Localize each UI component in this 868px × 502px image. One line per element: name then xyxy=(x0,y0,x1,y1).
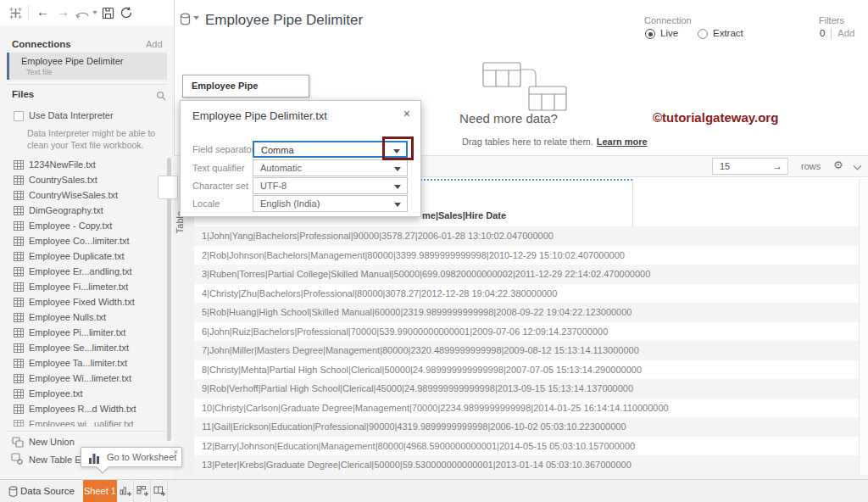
file-list-item[interactable]: Employees R...d Width.txt xyxy=(0,402,166,417)
text-qualifier-dropdown[interactable]: Automatic xyxy=(253,159,408,176)
table-row[interactable]: 12|Barry|Johnson|Education|Management|80… xyxy=(194,437,859,456)
extract-radio[interactable] xyxy=(698,29,708,39)
filters-add-button[interactable]: Add xyxy=(837,28,854,38)
table-row[interactable]: 1|John|Yang|Bachelors|Professional|90000… xyxy=(194,226,859,246)
file-list-item[interactable]: Employee Wi...limeter.txt xyxy=(0,371,166,387)
table-card[interactable]: Employee Pipe Delimiter.txt xyxy=(182,75,309,98)
filters-divider xyxy=(831,28,832,39)
go-to-worksheet-tooltip[interactable]: Go to Worksheet × xyxy=(81,447,182,467)
sheet1-tab[interactable]: Sheet 1 xyxy=(83,480,117,502)
new-worksheet-button[interactable] xyxy=(117,480,134,502)
table-file-icon xyxy=(14,237,24,246)
dropdown-arrow-icon[interactable] xyxy=(394,203,401,207)
dropdown-arrow-icon[interactable] xyxy=(394,185,401,189)
new-dashboard-button[interactable] xyxy=(134,480,151,502)
gear-icon[interactable]: ⚙ xyxy=(833,159,843,171)
character-set-dropdown[interactable]: UTF-8 xyxy=(253,177,408,194)
table-file-icon xyxy=(14,160,24,170)
grid-rows: 1|John|Yang|Bachelors|Professional|90000… xyxy=(194,226,859,475)
table-row[interactable]: 4|Christy|Zhu|Bachelors|Professional|800… xyxy=(194,284,859,304)
table-file-icon xyxy=(14,206,24,215)
table-extension-icon xyxy=(11,453,23,468)
rows-go-arrow-icon[interactable]: → xyxy=(772,160,782,172)
file-name: Employee Pi...limiter.txt xyxy=(29,327,125,337)
datasource-type-icon[interactable] xyxy=(180,13,192,31)
data-source-tab[interactable]: Data Source xyxy=(20,486,75,496)
rows-count-input[interactable]: 15 → xyxy=(712,158,788,175)
file-list-item[interactable]: Employee Fixed Width.txt xyxy=(0,295,166,310)
tooltip-close-icon[interactable]: × xyxy=(174,448,178,456)
search-icon[interactable] xyxy=(156,89,166,104)
table-row[interactable]: 6|John|Ruiz|Bachelors|Professional|70000… xyxy=(194,322,859,342)
live-label[interactable]: Live xyxy=(660,28,678,38)
live-radio[interactable] xyxy=(645,29,655,39)
file-list-item[interactable]: Employees wi...ualifier.txt xyxy=(0,417,166,427)
table-row[interactable]: 13|Peter|Krebs|Graduate Degree|Clerical|… xyxy=(194,455,859,475)
undo-caret-icon[interactable] xyxy=(92,11,97,14)
connection-type: Text file xyxy=(26,68,53,76)
column-header-text: me|Sales|Hire Date xyxy=(422,210,506,220)
datasource-title: Employee Pipe Delimiter xyxy=(205,12,363,29)
new-table-extension-item[interactable]: New Table E xyxy=(0,451,81,468)
text-qualifier-label: Text qualifier xyxy=(192,163,245,173)
file-list-divider xyxy=(7,431,168,432)
column-border xyxy=(632,179,633,226)
table-row[interactable]: 7|John|Miller|Masters Degree|Management|… xyxy=(194,341,859,360)
locale-dropdown[interactable]: English (India) xyxy=(253,195,408,212)
file-name: Employee Ta...limiter.txt xyxy=(29,358,127,368)
file-name: Employee Er...andling.txt xyxy=(29,266,132,276)
connections-add-button[interactable]: Add xyxy=(146,39,163,49)
file-list-item[interactable]: Employee.txt xyxy=(0,387,166,402)
extract-label[interactable]: Extract xyxy=(713,28,743,38)
field-separator-label: Field separator xyxy=(192,144,254,154)
table-row[interactable]: 3|Ruben|Torres|Partial College|Skilled M… xyxy=(194,265,859,284)
undo-icon[interactable] xyxy=(75,8,91,23)
sort-fields-control-partial[interactable] xyxy=(158,176,178,199)
connection-item[interactable]: Employee Pipe Delimiter Text file xyxy=(7,53,167,80)
table-file-icon xyxy=(14,328,24,337)
file-list-item[interactable]: 1234NewFile.txt xyxy=(0,158,166,173)
dropdown-arrow-icon[interactable] xyxy=(394,167,401,171)
file-list-item[interactable]: CountryWiseSales.txt xyxy=(0,188,166,204)
locale-label: Locale xyxy=(192,198,220,209)
back-icon[interactable]: ← xyxy=(36,4,49,19)
file-list-item[interactable]: CountrySales.txt xyxy=(0,173,166,188)
save-icon[interactable] xyxy=(102,7,114,23)
file-name: Employee Fixed Width.txt xyxy=(29,297,135,307)
file-list-item[interactable]: Employee - Copy.txt xyxy=(0,219,166,234)
file-options-dialog: Employee Pipe Delimiter.txt × Field sepa… xyxy=(180,100,421,217)
file-list-item[interactable]: Employee Se...limiter.txt xyxy=(0,341,166,356)
file-name: Employee Wi...limeter.txt xyxy=(29,373,131,383)
table-row[interactable]: 5|Rob|Huang|High School|Skilled Manual|6… xyxy=(194,303,859,322)
table-row[interactable]: 10|Christy|Carlson|Graduate Degree|Manag… xyxy=(194,399,859,418)
need-more-data-text: Need more data? xyxy=(437,111,581,126)
table-row[interactable]: 9|Rob|Verhoff|Partial High School|Cleric… xyxy=(194,379,859,399)
union-icon xyxy=(12,436,24,451)
file-list-item[interactable]: Employee Nulls.txt xyxy=(0,310,166,326)
dialog-close-icon[interactable]: × xyxy=(403,107,410,120)
learn-more-link[interactable]: Learn more xyxy=(597,137,648,147)
file-list-item[interactable]: Employee Duplicate.txt xyxy=(0,249,166,265)
table-row[interactable]: 8|Christy|Mehta|Partial High School|Cler… xyxy=(194,360,859,380)
forward-icon[interactable]: → xyxy=(57,4,70,19)
use-data-interpreter-checkbox[interactable] xyxy=(14,111,24,121)
file-list-item[interactable]: Employee Co...limiter.txt xyxy=(0,234,166,249)
new-story-button[interactable] xyxy=(151,480,168,502)
watermark: ©tutorialgateway.org xyxy=(653,110,778,125)
locale-value: English (India) xyxy=(260,198,320,209)
tableau-logo-icon xyxy=(8,6,23,24)
file-list-item[interactable]: Employee Fi...limeter.txt xyxy=(0,280,166,295)
table-file-icon xyxy=(14,343,24,353)
refresh-icon[interactable] xyxy=(120,6,133,23)
file-list-item[interactable]: Employee Er...andling.txt xyxy=(0,265,166,280)
table-row[interactable]: 2|Rob|Johnson|Bachelors|Management|80000… xyxy=(194,246,859,265)
file-list-item[interactable]: Employee Pi...limiter.txt xyxy=(0,326,166,341)
table-row[interactable]: 11|Gail|Erickson|Education|Professional|… xyxy=(194,417,859,437)
table-file-icon xyxy=(14,221,24,231)
rows-unit-label: rows xyxy=(801,161,821,171)
grid-scrollbar[interactable] xyxy=(859,179,868,475)
file-list-item[interactable]: Employee Ta...limiter.txt xyxy=(0,356,166,371)
sidebar-scrollbar[interactable] xyxy=(167,158,171,441)
file-list-item[interactable]: DimGeography.txt xyxy=(0,204,166,219)
connection-section-label: Connection xyxy=(644,15,692,25)
